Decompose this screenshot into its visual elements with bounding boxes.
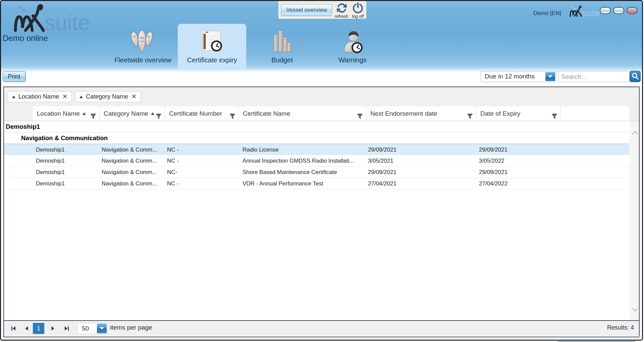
svg-text:suite: suite <box>582 8 600 18</box>
svg-text:suite: suite <box>45 11 90 34</box>
